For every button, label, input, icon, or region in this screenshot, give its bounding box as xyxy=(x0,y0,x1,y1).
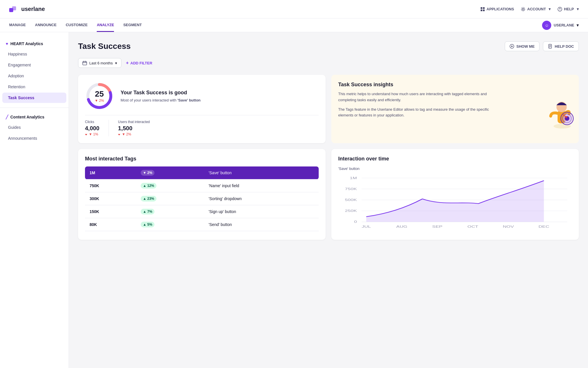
down-arrow-icon xyxy=(85,134,87,135)
svg-rect-4 xyxy=(481,9,482,11)
sidebar: ♥ HEART Analytics Happiness Engagement A… xyxy=(0,32,69,368)
tag-count: 1M xyxy=(85,166,136,179)
svg-text:250K: 250K xyxy=(345,209,357,212)
plus-icon: + xyxy=(126,60,129,66)
table-row: 1M ▼ 2% 'Save' button xyxy=(85,166,319,179)
account-chevron: ▾ xyxy=(549,7,551,11)
filter-chevron: ▾ xyxy=(115,61,117,65)
tag-change: ▲ 23% xyxy=(136,192,204,205)
score-metrics: Clicks 4,000 ▼ 1% Users that interacted … xyxy=(85,115,319,136)
score-top: 25 ▼ 2% Your Task Success is good Most o… xyxy=(85,82,319,110)
sidebar-section-heart[interactable]: ♥ HEART Analytics xyxy=(0,39,69,48)
cards-row-1: 25 ▼ 2% Your Task Success is good Most o… xyxy=(78,75,579,143)
tab-segment[interactable]: SEGMENT xyxy=(123,18,142,32)
down-arrow-icon xyxy=(118,134,120,135)
logo[interactable]: userlane xyxy=(9,6,45,13)
filter-bar: Last 6 months ▾ + ADD FILTER xyxy=(78,58,579,68)
sidebar-item-task-success[interactable]: Task Success xyxy=(2,93,66,103)
svg-point-6 xyxy=(522,8,524,10)
svg-text:DEC: DEC xyxy=(538,225,549,228)
date-filter[interactable]: Last 6 months ▾ xyxy=(78,58,121,68)
calendar-icon xyxy=(82,61,87,65)
sidebar-section-content[interactable]: ╱ Content Analytics xyxy=(0,112,69,122)
grid-icon xyxy=(480,7,485,12)
tag-change: ▲ 5% xyxy=(136,218,204,231)
svg-text:OCT: OCT xyxy=(467,225,478,228)
svg-text:0: 0 xyxy=(354,220,357,223)
page-header: Task Success SHOW ME HELP DOC xyxy=(78,41,579,51)
metric-divider xyxy=(109,120,109,136)
tab-analyze[interactable]: ANALYZE xyxy=(97,18,114,32)
svg-text:SEP: SEP xyxy=(432,225,442,228)
donut-chart: 25 ▼ 2% xyxy=(85,82,114,110)
svg-rect-5 xyxy=(483,9,485,11)
sidebar-item-happiness[interactable]: Happiness xyxy=(2,49,66,59)
donut-number: 25 ▼ 2% xyxy=(95,89,104,103)
sidebar-item-guides[interactable]: Guides xyxy=(2,122,66,133)
account-nav[interactable]: ACCOUNT ▾ xyxy=(521,7,551,12)
score-info: Your Task Success is good Most of your u… xyxy=(121,90,319,102)
tag-name: 'Save' button xyxy=(204,166,319,179)
sidebar-item-retention[interactable]: Retention xyxy=(2,82,66,92)
user-badge[interactable]: ☺ USERLANE ▾ xyxy=(542,21,579,30)
svg-text:NOV: NOV xyxy=(503,225,514,228)
help-chevron: ▾ xyxy=(577,7,579,11)
tags-card: Most interacted Tags 1M ▼ 2% 'Save' butt… xyxy=(78,149,326,240)
svg-text:1M: 1M xyxy=(350,177,357,180)
svg-point-8 xyxy=(560,10,560,10)
top-navigation: userlane APPLICATIONS ACCOUNT ▾ xyxy=(0,0,588,18)
chart-card: Interaction over time 'Save' button 1M 7… xyxy=(331,149,579,240)
show-me-button[interactable]: SHOW ME xyxy=(505,41,540,51)
sidebar-item-adoption[interactable]: Adoption xyxy=(2,71,66,81)
tag-change: ▲ 12% xyxy=(136,179,204,192)
help-nav[interactable]: HELP ▾ xyxy=(558,7,579,12)
svg-marker-10 xyxy=(511,45,513,47)
heart-icon: ♥ xyxy=(6,41,8,46)
users-change: ▼ 2% xyxy=(118,132,150,136)
help-icon xyxy=(558,7,562,12)
svg-rect-12 xyxy=(83,62,87,65)
tag-count: 750K xyxy=(85,179,136,192)
tag-count: 80K xyxy=(85,218,136,231)
svg-text:750K: 750K xyxy=(345,187,357,191)
tag-change: ▲ 7% xyxy=(136,205,204,218)
tab-manage[interactable]: MANAGE xyxy=(9,18,26,32)
table-row: 750K ▲ 12% 'Name' input field xyxy=(85,179,319,192)
clicks-change: ▼ 1% xyxy=(85,132,99,136)
tag-count: 300K xyxy=(85,192,136,205)
score-card: 25 ▼ 2% Your Task Success is good Most o… xyxy=(78,75,326,143)
tab-announce[interactable]: ANNOUNCE xyxy=(35,18,57,32)
second-navigation: MANAGE ANNOUNCE CUSTOMIZE ANALYZE SEGMEN… xyxy=(0,18,588,32)
chart-area: 1M 750K 500K 250K 0 JUL AUG SEP OCT xyxy=(338,175,572,233)
main-layout: ♥ HEART Analytics Happiness Engagement A… xyxy=(0,32,588,368)
logo-icon xyxy=(9,6,18,13)
tab-customize[interactable]: CUSTOMIZE xyxy=(66,18,88,32)
sidebar-item-engagement[interactable]: Engagement xyxy=(2,60,66,70)
table-row: 80K ▲ 5% 'Send' button xyxy=(85,218,319,231)
main-content: Task Success SHOW ME HELP DOC xyxy=(69,32,588,368)
header-actions: SHOW ME HELP DOC xyxy=(505,41,579,51)
chart-svg: 1M 750K 500K 250K 0 JUL AUG SEP OCT xyxy=(338,175,572,233)
insights-illustration xyxy=(543,93,574,125)
svg-text:JUL: JUL xyxy=(362,225,371,228)
score-description: Most of your users interacted with 'Save… xyxy=(121,98,319,102)
table-row: 150K ▲ 7% 'Sign up' button xyxy=(85,205,319,218)
add-filter-button[interactable]: + ADD FILTER xyxy=(126,60,152,66)
svg-rect-1 xyxy=(12,6,16,10)
sidebar-divider xyxy=(0,108,69,108)
nav-tabs: MANAGE ANNOUNCE CUSTOMIZE ANALYZE SEGMEN… xyxy=(9,18,142,32)
logo-text: userlane xyxy=(21,6,45,12)
sidebar-item-announcements[interactable]: Announcements xyxy=(2,133,66,143)
tag-name: 'Name' input field xyxy=(204,179,319,192)
user-chevron: ▾ xyxy=(577,22,579,28)
tag-count: 150K xyxy=(85,205,136,218)
chart-icon: ╱ xyxy=(6,115,8,119)
table-row: 300K ▲ 23% 'Sorting' dropdown xyxy=(85,192,319,205)
svg-rect-2 xyxy=(481,7,482,9)
applications-nav[interactable]: APPLICATIONS xyxy=(480,7,514,12)
help-doc-button[interactable]: HELP DOC xyxy=(543,41,579,51)
page-title: Task Success xyxy=(78,42,131,51)
top-nav-right: APPLICATIONS ACCOUNT ▾ HELP ▾ xyxy=(480,7,579,12)
tags-table: 1M ▼ 2% 'Save' button 750K ▲ 12% 'Name' … xyxy=(85,166,319,231)
metric-clicks: Clicks 4,000 ▼ 1% xyxy=(85,120,99,136)
